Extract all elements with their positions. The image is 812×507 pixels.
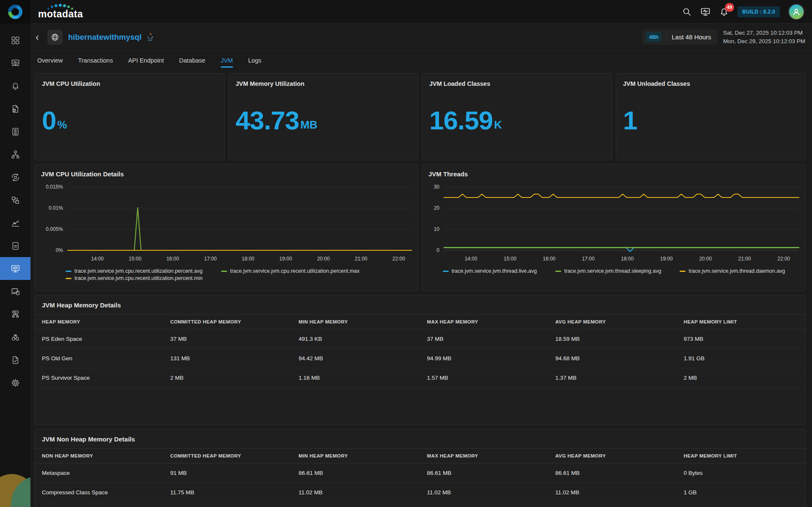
dashboard-grid-icon bbox=[11, 36, 20, 45]
table-cell: 973 MB bbox=[677, 329, 806, 348]
column-header: MAX HEAP MEMORY bbox=[420, 449, 549, 463]
date-range: Sat, Dec 27, 2025 10:12:03 PM Mon, Dec 2… bbox=[723, 29, 805, 45]
chart-title: JVM Threads bbox=[428, 170, 799, 178]
sidebar-item-automation[interactable] bbox=[0, 166, 30, 189]
line-chart-svg bbox=[67, 183, 412, 254]
app-root: motadata 49 BUILD : 8.2.0 bbox=[0, 0, 812, 507]
tab-overview[interactable]: Overview bbox=[37, 51, 63, 70]
sidebar-item-infrastructure[interactable] bbox=[0, 52, 30, 74]
legend-item[interactable]: trace.jvm.service.jvm.cpu.recent.utiliza… bbox=[66, 268, 203, 274]
monitor-pulse-icon[interactable] bbox=[700, 7, 710, 17]
x-axis-tick: 15:00 bbox=[129, 256, 141, 262]
kpi-number: 1 bbox=[623, 107, 637, 134]
table-row: PS Survivor Space2 MB1.16 MB1.57 MB1.37 … bbox=[35, 368, 805, 388]
tab-bar: Overview Transactions API Endpoint Datab… bbox=[30, 51, 812, 70]
logo-text: motadata bbox=[38, 8, 83, 19]
x-axis-tick: 16:00 bbox=[166, 256, 179, 262]
file-clock-icon bbox=[11, 104, 20, 114]
column-header: MAX HEAP MEMORY bbox=[420, 315, 549, 329]
sidebar-item-dashboard[interactable] bbox=[0, 29, 30, 52]
kpi-title: JVM Loaded Classes bbox=[429, 80, 605, 87]
time-range-label: Last 48 Hours bbox=[672, 33, 711, 41]
table-cell: 94.42 MB bbox=[292, 349, 420, 368]
table-row: Compressed Class Space11.75 MB11.02 MB11… bbox=[35, 483, 805, 502]
y-axis-tick: 20 bbox=[434, 205, 439, 211]
table-cell: Compressed Class Space bbox=[35, 483, 164, 502]
legend-item[interactable]: trace.jvm.service.jvm.cpu.recent.utiliza… bbox=[66, 275, 203, 281]
back-button[interactable]: ‹ bbox=[36, 32, 45, 42]
sidebar-item-network[interactable] bbox=[0, 303, 30, 326]
sidebar-item-logs[interactable] bbox=[0, 234, 30, 257]
chart-jvm-threads: JVM Threads 3020100 14:0015:0016:0017:00… bbox=[422, 164, 806, 291]
x-axis-tick: 20:00 bbox=[699, 256, 712, 262]
table-body: PS Eden Space37 MB491.3 KB37 MB18.59 MB9… bbox=[35, 329, 805, 388]
tab-api-endpoint[interactable]: API Endpoint bbox=[128, 51, 164, 70]
sidebar-item-integrations[interactable] bbox=[0, 189, 30, 211]
table-cell: 91 MB bbox=[164, 463, 292, 482]
table-cell: 0 Bytes bbox=[677, 463, 806, 482]
table-cell: 1.91 GB bbox=[677, 349, 806, 368]
y-axis-tick: 30 bbox=[434, 184, 439, 190]
kpi-value: 0 % bbox=[42, 107, 217, 134]
sidebar-item-discovery[interactable] bbox=[0, 326, 30, 348]
date-range-end: Mon, Dec 29, 2025 10:12:03 PM bbox=[723, 37, 805, 46]
table-cell: 86.61 MB bbox=[420, 463, 549, 482]
notifications-bell-icon[interactable]: 49 bbox=[719, 7, 729, 17]
legend-item[interactable]: trace.jvm.service.jvm.thread.daemon.avg bbox=[680, 268, 785, 274]
legend-label: trace.jvm.service.jvm.cpu.recent.utiliza… bbox=[230, 268, 359, 274]
kpi-number: 16.59 bbox=[429, 107, 493, 134]
page-body: JVM CPU Utilization 0 % JVM Memory Utili… bbox=[30, 70, 812, 507]
sidebar-item-scheduled-jobs[interactable] bbox=[0, 97, 30, 120]
sidebar-item-reports[interactable] bbox=[0, 120, 30, 143]
sidebar-item-audit[interactable] bbox=[0, 348, 30, 371]
y-axis-tick: 0 bbox=[436, 247, 439, 253]
tab-logs[interactable]: Logs bbox=[248, 51, 261, 70]
legend-swatch-icon bbox=[680, 271, 686, 272]
doc-check-icon bbox=[11, 355, 20, 365]
column-header: HEAP MEMORY LIMIT bbox=[677, 449, 806, 463]
table-cell: 18.59 MB bbox=[549, 329, 677, 348]
legend-swatch-icon bbox=[221, 271, 227, 272]
sidebar-item-topology[interactable] bbox=[0, 143, 30, 166]
user-avatar[interactable] bbox=[788, 4, 804, 20]
kpi-title: JVM CPU Utilization bbox=[42, 80, 217, 87]
sidebar-item-apm[interactable] bbox=[0, 257, 30, 280]
topbar-actions: 49 BUILD : 8.2.0 bbox=[682, 4, 804, 20]
x-axis-tick: 21:00 bbox=[738, 256, 751, 262]
page-title: hibernatewithmysql bbox=[68, 33, 142, 42]
infrastructure-monitor-icon bbox=[11, 58, 20, 68]
brand-logo-mark[interactable] bbox=[0, 0, 30, 24]
x-axis-tick: 18:00 bbox=[242, 256, 255, 262]
bell-icon bbox=[11, 81, 20, 91]
table-cell: 1.37 MB bbox=[549, 368, 677, 387]
legend-item[interactable]: trace.jvm.service.jvm.thread.live.avg bbox=[443, 268, 537, 274]
linked-boxes-icon bbox=[11, 195, 20, 205]
x-axis: 14:0015:0016:0017:0018:0019:0020:0021:00… bbox=[67, 254, 412, 263]
x-axis-tick: 19:00 bbox=[280, 256, 292, 262]
legend-item[interactable]: trace.jvm.service.jvm.cpu.recent.utiliza… bbox=[221, 268, 359, 274]
network-rack-icon bbox=[11, 310, 20, 319]
sidebar-item-devices[interactable] bbox=[0, 280, 30, 303]
kpi-card-unloaded-classes: JVM Unloaded Classes 1 bbox=[616, 73, 806, 160]
legend-swatch-icon bbox=[66, 271, 71, 272]
sidebar-item-alerts[interactable] bbox=[0, 74, 30, 97]
tab-jvm[interactable]: JVM bbox=[221, 51, 233, 70]
tab-database[interactable]: Database bbox=[179, 51, 206, 70]
table-cell: 491.3 KB bbox=[292, 329, 420, 348]
header-right: 48h Last 48 Hours Sat, Dec 27, 2025 10:1… bbox=[642, 29, 805, 45]
legend-item[interactable]: trace.jvm.service.jvm.thread.sleeping.av… bbox=[555, 268, 661, 274]
search-icon[interactable] bbox=[682, 7, 692, 17]
kpi-unit: K bbox=[494, 118, 502, 132]
x-axis-tick: 20:00 bbox=[317, 256, 330, 262]
table-body: Metaspace91 MB86.61 MB86.61 MB86.61 MB0 … bbox=[35, 463, 805, 507]
table-title: JVM Heap Memory Details bbox=[35, 295, 805, 314]
line-chart-svg bbox=[444, 183, 799, 254]
column-header: HEAP MEMORY LIMIT bbox=[677, 315, 806, 329]
tab-transactions[interactable]: Transactions bbox=[78, 51, 112, 70]
sidebar-item-settings[interactable] bbox=[0, 371, 30, 394]
chart-legend: trace.jvm.service.jvm.cpu.recent.utiliza… bbox=[66, 268, 383, 281]
table-cell: 11.02 MB bbox=[292, 483, 420, 502]
sidebar-item-analytics[interactable] bbox=[0, 211, 30, 234]
time-range-picker[interactable]: 48h Last 48 Hours bbox=[642, 29, 717, 45]
kpi-card-loaded-classes: JVM Loaded Classes 16.59 K bbox=[422, 73, 612, 160]
